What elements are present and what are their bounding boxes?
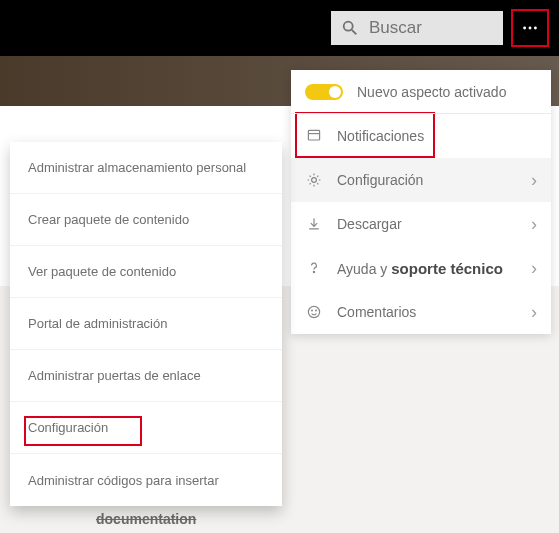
chevron-right-icon: › [531, 302, 537, 323]
feedback-item[interactable]: Comentarios › [291, 290, 551, 334]
ellipsis-icon [521, 19, 539, 37]
chevron-right-icon: › [531, 258, 537, 279]
toggle-switch-on[interactable] [305, 84, 343, 100]
submenu-settings[interactable]: Configuración [10, 402, 282, 454]
help-strong: soporte técnico [391, 260, 503, 277]
menu-label: Configuración [28, 420, 108, 435]
search-box[interactable] [331, 11, 503, 45]
submenu-view-content-pack[interactable]: Ver paquete de contenido [10, 246, 282, 298]
svg-line-1 [352, 30, 357, 35]
help-item[interactable]: Ayuda y soporte técnico › [291, 246, 551, 290]
chevron-right-icon: › [531, 214, 537, 235]
menu-label: Ver paquete de contenido [28, 264, 176, 279]
help-icon [305, 259, 323, 277]
menu-label: Comentarios [337, 304, 517, 320]
help-prefix: Ayuda y [337, 261, 391, 277]
menu-label: Administrar almacenamiento personal [28, 160, 246, 175]
menu-label: Crear paquete de contenido [28, 212, 189, 227]
notifications-item[interactable]: Notificaciones [291, 114, 551, 158]
menu-label: Descargar [337, 216, 517, 232]
svg-point-10 [316, 310, 317, 311]
toggle-label: Nuevo aspecto activado [357, 84, 537, 100]
settings-submenu: Administrar almacenamiento personal Crea… [10, 142, 282, 506]
menu-label-wrap: Configuración [28, 420, 108, 435]
download-item[interactable]: Descargar › [291, 202, 551, 246]
search-icon [341, 19, 359, 37]
submenu-manage-storage[interactable]: Administrar almacenamiento personal [10, 142, 282, 194]
chevron-right-icon: › [531, 170, 537, 191]
menu-label: Portal de administración [28, 316, 167, 331]
download-icon [305, 215, 323, 233]
svg-point-3 [529, 27, 532, 30]
menu-label: Configuración [337, 172, 517, 188]
submenu-manage-gateways[interactable]: Administrar puertas de enlace [10, 350, 282, 402]
settings-item[interactable]: Configuración › [291, 158, 551, 202]
svg-point-9 [312, 310, 313, 311]
notification-icon [305, 127, 323, 145]
svg-rect-5 [308, 130, 319, 140]
svg-point-6 [312, 178, 317, 183]
submenu-manage-embed-codes[interactable]: Administrar códigos para insertar [10, 454, 282, 506]
svg-point-8 [308, 306, 319, 317]
svg-point-7 [313, 271, 314, 272]
search-input[interactable] [369, 18, 469, 38]
svg-point-0 [344, 22, 353, 31]
background-text-fragment: documentation [96, 511, 196, 527]
more-options-button[interactable] [511, 9, 549, 47]
settings-dropdown: Nuevo aspecto activado Notificaciones Co… [291, 70, 551, 334]
gear-icon [305, 171, 323, 189]
submenu-create-content-pack[interactable]: Crear paquete de contenido [10, 194, 282, 246]
top-bar [0, 0, 559, 56]
menu-label: Administrar códigos para insertar [28, 473, 219, 488]
menu-label: Administrar puertas de enlace [28, 368, 201, 383]
svg-point-2 [523, 27, 526, 30]
menu-label: Ayuda y soporte técnico [337, 260, 517, 277]
menu-label: Notificaciones [337, 128, 537, 144]
feedback-icon [305, 303, 323, 321]
new-look-toggle-row[interactable]: Nuevo aspecto activado [291, 70, 551, 114]
submenu-admin-portal[interactable]: Portal de administración [10, 298, 282, 350]
svg-point-4 [534, 27, 537, 30]
